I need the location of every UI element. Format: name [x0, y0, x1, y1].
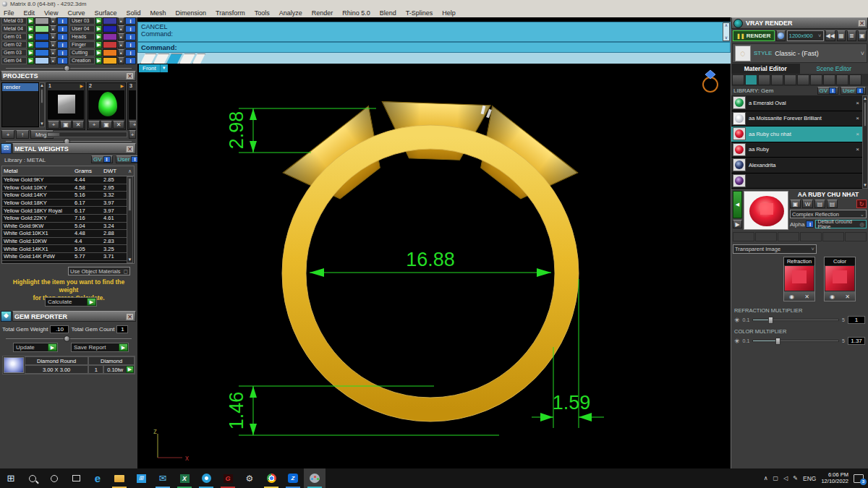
layer-label[interactable]: User 04	[69, 25, 95, 33]
color-slider[interactable]	[752, 340, 839, 342]
projects-close-button[interactable]: ✕	[126, 72, 134, 80]
metal-table-row[interactable]: White Gold:10KW 4.4 2.83	[2, 238, 128, 246]
metal-weights-header[interactable]: METAL WEIGHTS ✕	[12, 143, 136, 154]
layer-play-button[interactable]: ▶	[95, 49, 103, 56]
transparent-image-dropdown[interactable]: Transparent Image˅	[733, 244, 817, 254]
swatch-image[interactable]	[825, 266, 854, 291]
menu-item[interactable]: T-Splines	[406, 9, 433, 17]
layer-label[interactable]: Finger	[69, 41, 95, 48]
vray-close-button[interactable]: ✕	[858, 20, 866, 27]
clock[interactable]: 6:06 PM 12/10/2022	[821, 472, 848, 484]
alpha-toggle[interactable]: I	[806, 221, 814, 228]
lock-icon[interactable]: ▪	[50, 33, 57, 40]
layer-play-button[interactable]: ▶	[27, 17, 35, 25]
project-add-button[interactable]: +	[1, 130, 14, 139]
refraction-slider[interactable]	[752, 319, 839, 321]
lock-icon[interactable]: ▪	[118, 41, 125, 48]
lock-icon[interactable]: ▪	[50, 41, 57, 48]
viewport-label-dropdown-icon[interactable]: ▼	[160, 64, 168, 72]
tray-expand-icon[interactable]: ∧	[764, 475, 768, 481]
layer-color-swatch[interactable]	[35, 25, 48, 33]
menu-item[interactable]: Render	[312, 9, 333, 17]
material-delete-icon[interactable]: ×	[856, 115, 862, 121]
refresh-preview-button[interactable]: ↻	[856, 200, 867, 208]
menu-item[interactable]: Edit	[24, 9, 35, 17]
copy-material-button[interactable]: ▤	[827, 200, 838, 208]
render-button[interactable]: ❚❚RENDER	[733, 30, 775, 41]
material-list-item[interactable]	[731, 174, 862, 189]
material-preview-image[interactable]	[744, 191, 788, 230]
layer-isolate-button[interactable]: I	[125, 17, 136, 25]
a Emerald Oval[interactable]: a Emerald Oval ×	[731, 95, 862, 111]
menu-item[interactable]: Transform	[216, 9, 245, 17]
metal-table-row[interactable]: White Gold:9KW 5.04 3.24	[2, 223, 128, 231]
col-dwt[interactable]: DWT	[102, 168, 128, 174]
layer-label[interactable]: Cutting	[69, 49, 95, 56]
layer-label[interactable]: User 03	[69, 17, 95, 25]
material-swatch[interactable]: Color ◉ ✕	[824, 257, 856, 301]
aa Moissanite Forever Brilliant[interactable]: aa Moissanite Forever Brilliant ×	[731, 111, 862, 127]
layer-isolate-button[interactable]: I	[57, 49, 68, 56]
sun-icon[interactable]: ✳	[734, 317, 740, 324]
layer-color-swatch[interactable]	[35, 17, 48, 25]
layer-label[interactable]: Gem 03	[1, 49, 27, 56]
layer-play-button[interactable]: ▶	[95, 41, 103, 48]
col-metal[interactable]: Metal	[2, 168, 73, 174]
material-delete-icon[interactable]: ×	[856, 146, 862, 153]
refraction-slider-thumb[interactable]	[768, 317, 773, 324]
material-swatch[interactable]: Refraction ◉ ✕	[783, 257, 815, 301]
swatch-image[interactable]	[785, 266, 814, 291]
thumbnail-save-button[interactable]: ▣	[60, 121, 72, 129]
lock-icon[interactable]: ▪	[118, 57, 125, 64]
gem-material-icon[interactable]	[745, 74, 757, 85]
lock-icon[interactable]: ▪	[50, 57, 57, 64]
projects-hscrollbar[interactable]	[46, 132, 127, 137]
search-icon[interactable]	[22, 468, 43, 488]
layer-play-button[interactable]: ▶	[95, 25, 103, 33]
viewport-tab[interactable]	[179, 53, 195, 64]
layer-color-swatch[interactable]	[103, 49, 116, 56]
lock-icon[interactable]: ▪	[118, 49, 125, 56]
thumbnail-save-button[interactable]: ▣	[101, 121, 112, 129]
menu-item[interactable]: Tools	[255, 9, 270, 17]
material-delete-icon[interactable]: ×	[856, 100, 862, 106]
layer-play-button[interactable]: ▶	[27, 49, 35, 56]
render-sphere-icon[interactable]	[776, 30, 786, 41]
metal-weights-close-button[interactable]: ✕	[126, 145, 134, 153]
layer-isolate-button[interactable]: I	[125, 33, 136, 40]
import-material-icon[interactable]	[836, 74, 848, 85]
vray-header[interactable]: VRAY RENDER ✕	[731, 17, 868, 29]
project-thumbnail[interactable]: 3 ▶ + ▣ ✕	[127, 82, 136, 130]
vray-gv-toggle[interactable]: GVI	[817, 87, 839, 95]
thumbnail-add-button[interactable]: +	[129, 121, 136, 129]
menu-item[interactable]: Dimension	[175, 9, 206, 17]
layer-label[interactable]: Heads	[69, 33, 95, 40]
layer-play-button[interactable]: ▶	[95, 33, 103, 40]
menu-item[interactable]: Surface	[94, 9, 116, 17]
mail-icon[interactable]: ✉	[152, 468, 174, 488]
reflection-dropdown[interactable]: Complex Reflection⌄	[790, 210, 867, 218]
layer-color-swatch[interactable]	[103, 41, 116, 48]
menu-item[interactable]: Mesh	[150, 9, 166, 17]
zalo-icon[interactable]: Z	[282, 468, 304, 488]
layer-label[interactable]: Metal 04	[1, 25, 27, 33]
material-property-tab[interactable]	[778, 232, 799, 241]
file-explorer-icon[interactable]	[109, 468, 130, 488]
swatch-color-picker-button[interactable]: ◉	[825, 292, 840, 301]
menu-item[interactable]: File	[4, 9, 14, 17]
resolution-dropdown[interactable]: 1200x900˅	[787, 30, 824, 41]
matrix-app-icon[interactable]	[304, 468, 326, 488]
material-property-tab[interactable]	[733, 232, 754, 241]
command-history[interactable]: CANCEL Command:	[137, 22, 731, 42]
wizard-button[interactable]: W	[802, 200, 813, 208]
ground-plane-dropdown[interactable]: Default Ground Plane◎	[815, 220, 867, 228]
start-button[interactable]: ⊞	[0, 468, 22, 488]
project-up-button[interactable]: ↑	[16, 130, 29, 139]
noise-material-icon[interactable]	[810, 74, 822, 85]
menu-item[interactable]: View	[44, 9, 58, 17]
color-slider-thumb[interactable]	[775, 338, 780, 345]
metal-table-row[interactable]: Yellow Gold:18KY Royal 6.17 3.97	[2, 207, 128, 215]
layer-label[interactable]: Creation	[69, 57, 95, 64]
layer-color-swatch[interactable]	[35, 41, 48, 48]
layer-isolate-button[interactable]: I	[57, 57, 68, 64]
